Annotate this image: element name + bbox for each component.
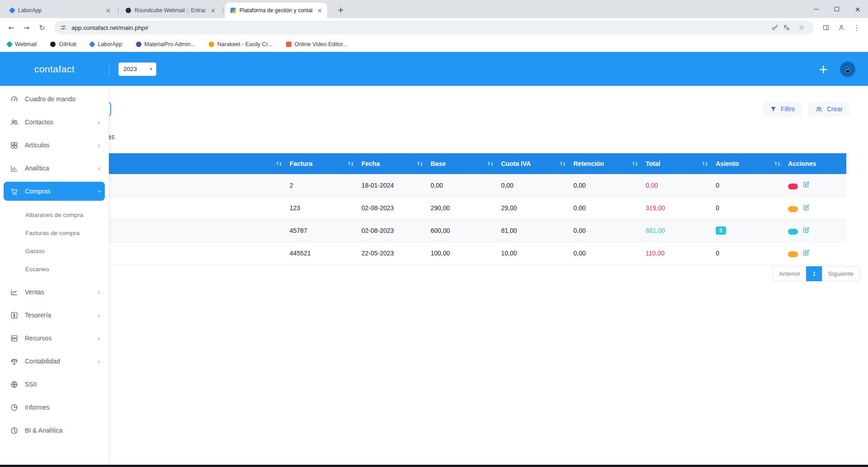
filter-button[interactable]: Filtro <box>763 101 802 117</box>
column-header-label: Retención <box>573 160 604 167</box>
taskbar-edge <box>0 465 868 467</box>
column-header-asiento[interactable]: Asiento↑↓ <box>711 153 784 174</box>
side-panel-icon[interactable] <box>819 21 833 34</box>
new-tab-button[interactable]: + <box>334 3 347 16</box>
browser-tab-roundcube-webmail-entrada[interactable]: Roundcube Webmail :: Entrada× <box>120 3 221 18</box>
table-row[interactable]: 12302-08-2023290,0029,000,00319,000 <box>7 197 846 219</box>
bookmark-label: LaborApp <box>98 41 122 47</box>
sidebar-subitem-albaranes-de-compra[interactable]: Albaranes de compra <box>0 206 108 224</box>
sidebar-item-informes[interactable]: Informes <box>4 398 105 417</box>
site-settings-icon[interactable] <box>60 24 67 31</box>
sidebar-item-recursos[interactable]: Recursos‹ <box>4 329 105 348</box>
filter-button-label: Filtro <box>781 105 795 113</box>
fecha-cell: 02-08-2023 <box>357 219 426 242</box>
sidebar-item-cuadro-de-mando[interactable]: Cuadro de mando <box>4 90 105 108</box>
sidebar-item-label: Contactos <box>25 118 91 126</box>
sidebar-item-ventas[interactable]: Ventas‹ <box>4 283 105 302</box>
browser-toolbar: ← → ↻ app.contafact.net/main.php# ☆ ⋮ <box>0 18 868 37</box>
table-row[interactable]: 4578702-08-2023600,0081,000,00681,006 <box>7 219 846 242</box>
sort-icon[interactable]: ↑↓ <box>487 161 493 166</box>
sidebar-item-contactos[interactable]: Contactos‹ <box>4 113 105 132</box>
bookmark-github[interactable]: GitHub <box>50 41 76 47</box>
back-icon[interactable]: ← <box>5 21 18 34</box>
bookmark-laborapp[interactable]: LaborApp <box>90 41 122 47</box>
minimize-icon[interactable] <box>806 0 826 18</box>
sort-icon[interactable]: ↑↓ <box>559 161 565 166</box>
sort-icon[interactable]: ↑↓ <box>416 161 422 166</box>
chevron-left-icon: ‹ <box>98 334 100 343</box>
edit-icon[interactable] <box>802 249 810 256</box>
sidebar-subitem-gastos[interactable]: Gastos <box>0 242 108 260</box>
laborapp-favicon <box>89 41 95 47</box>
sidebar-subitem-facturas-de-compra[interactable]: Facturas de compra <box>0 224 108 242</box>
profile-icon[interactable] <box>835 21 848 34</box>
pagination-page-1[interactable]: 1 <box>806 266 822 281</box>
close-tab-icon[interactable]: × <box>209 7 217 14</box>
total-cell: 0,00 <box>641 174 711 197</box>
year-select[interactable]: 2023 ▾ <box>118 62 156 76</box>
status-pill[interactable] <box>788 229 798 235</box>
app-header: contafact 2023 ▾ + <box>0 52 868 86</box>
add-icon[interactable]: + <box>818 63 828 75</box>
bookmark-webmail[interactable]: Webmail <box>7 41 37 47</box>
translate-icon[interactable] <box>783 24 790 31</box>
status-pill[interactable] <box>788 184 798 189</box>
table-row[interactable]: 218-01-20240,000,000,000,000 <box>7 174 846 197</box>
status-pill[interactable] <box>788 251 798 257</box>
bookmark-online-video-editor[interactable]: Online Video Editor... <box>286 41 347 47</box>
menu-icon[interactable]: ⋮ <box>850 21 863 34</box>
tab-strip: LaborApp×Roundcube Webmail :: Entrada×Pl… <box>0 0 868 18</box>
create-button[interactable]: Crear <box>808 101 850 117</box>
sidebar-item-ssii[interactable]: SSII <box>4 375 105 394</box>
close-icon[interactable]: × <box>847 0 868 18</box>
star-icon[interactable]: ☆ <box>795 21 808 34</box>
column-header-base[interactable]: Base↑↓ <box>426 153 497 174</box>
header-divider <box>109 62 109 76</box>
tab-title: Plataforma de gestión y contab <box>239 7 312 14</box>
sort-icon[interactable]: ↑↓ <box>701 161 708 166</box>
sidebar-item-articulos[interactable]: Artículos‹ <box>4 136 105 155</box>
column-header-fecha[interactable]: Fecha↑↓ <box>357 153 426 174</box>
sidebar-item-bi-analitica[interactable]: BI & Analítica <box>4 421 105 440</box>
sidebar-item-label: Ventas <box>25 288 91 296</box>
close-tab-icon[interactable]: × <box>104 7 112 14</box>
sort-icon[interactable]: ↑↓ <box>774 161 780 166</box>
bookmark-narakeet-easily-cr[interactable]: Narakeet - Easily Cr... <box>209 41 272 47</box>
key-icon[interactable] <box>771 24 779 31</box>
bookmark-label: Narakeet - Easily Cr... <box>217 41 272 47</box>
sidebar-subitem-escaneo[interactable]: Escaneo <box>0 260 108 278</box>
refresh-icon[interactable]: ↻ <box>35 21 49 34</box>
sidebar-item-label: Tesorería <box>25 311 91 319</box>
bookmark-materialpro-admin[interactable]: MaterialPro Admin... <box>136 41 196 47</box>
pagination-next[interactable]: Siguiente <box>822 266 860 281</box>
sidebar-item-label: Analítica <box>25 165 91 172</box>
close-tab-icon[interactable]: × <box>316 7 324 14</box>
pagination-previous[interactable]: Anterior <box>773 266 807 281</box>
account-button[interactable] <box>840 61 855 77</box>
edit-icon[interactable] <box>802 204 810 211</box>
sidebar-item-analitica[interactable]: Analítica‹ <box>4 159 105 178</box>
table-row[interactable]: 44552122-05-2023100,0010,000,00110,000 <box>7 242 846 264</box>
sidebar-item-label: BI & Analítica <box>25 427 100 434</box>
browser-tab-laborapp[interactable]: LaborApp× <box>5 3 116 18</box>
edit-icon[interactable] <box>802 226 810 234</box>
column-header-retencion[interactable]: Retención↑↓ <box>569 153 641 174</box>
create-button-label: Crear <box>827 105 843 113</box>
sidebar-item-contabilidad[interactable]: Contabilidad‹ <box>4 352 105 371</box>
column-header-factura[interactable]: Factura↑↓ <box>285 153 357 174</box>
url-bar[interactable]: app.contafact.net/main.php# ☆ <box>54 21 814 34</box>
grid-icon <box>10 141 19 150</box>
status-pill[interactable] <box>788 206 798 212</box>
sidebar-item-compras[interactable]: Compras‹ <box>4 182 105 201</box>
sort-icon[interactable]: ↑↓ <box>347 161 353 166</box>
maximize-icon[interactable] <box>826 0 847 18</box>
browser-tab-plataforma-de-gestion-y-contab[interactable]: Plataforma de gestión y contab× <box>225 3 327 18</box>
forward-icon[interactable]: → <box>20 21 33 34</box>
edit-icon[interactable] <box>802 181 810 188</box>
sort-icon[interactable]: ↑↓ <box>631 161 638 166</box>
sort-icon[interactable]: ↑↓ <box>275 161 282 166</box>
column-header-cuota-iva[interactable]: Cuota IVA↑↓ <box>497 153 569 174</box>
app-logo[interactable]: contafact <box>34 64 75 74</box>
sidebar-item-tesoreria[interactable]: Tesorería‹ <box>4 306 105 325</box>
column-header-total[interactable]: Total↑↓ <box>641 153 711 174</box>
